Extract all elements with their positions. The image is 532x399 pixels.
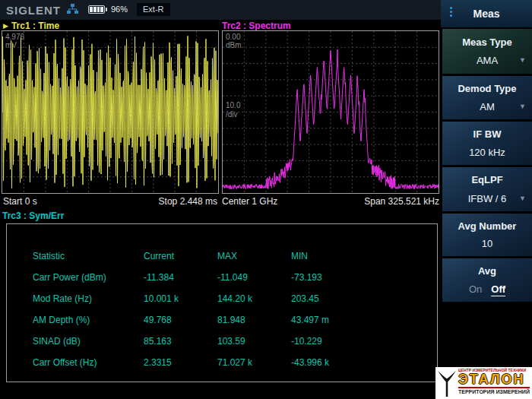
etalon-y-icon bbox=[436, 370, 458, 397]
play-icon: ▶ bbox=[3, 22, 8, 30]
stat-min: -43.996 k bbox=[291, 357, 437, 368]
softkey-demod-type[interactable]: Demod Type AM▼ bbox=[442, 76, 532, 119]
stat-name: Mod Rate (Hz) bbox=[33, 293, 144, 304]
table-header-row: Statistic Current MAX MIN bbox=[7, 245, 437, 267]
col-header: MIN bbox=[291, 251, 437, 261]
table-row: Carr Offset (Hz) 2.3315 71.027 k -43.996… bbox=[7, 352, 437, 373]
stat-current: 49.768 bbox=[144, 315, 217, 325]
chevron-down-icon: ▼ bbox=[519, 56, 526, 64]
stat-max: 71.027 k bbox=[217, 357, 291, 368]
lan-network-icon bbox=[67, 4, 78, 15]
trace2-header: Trc2 : Spectrum bbox=[222, 21, 291, 30]
stat-name: Carr Power (dBm) bbox=[33, 272, 144, 283]
stat-min: 203.45 bbox=[291, 293, 437, 304]
softkey-eqlpf[interactable]: EqLPF IFBW / 6▼ bbox=[442, 167, 532, 211]
avg-off-option[interactable]: Off bbox=[491, 283, 505, 296]
stat-name: SINAD (dB) bbox=[33, 336, 144, 347]
stat-max: -11.049 bbox=[217, 272, 291, 283]
softkey-value: 120 kHz bbox=[469, 147, 505, 158]
stat-current: 2.3315 bbox=[144, 357, 217, 368]
stat-min: 43.497 m bbox=[291, 315, 437, 325]
softkey-meas-type[interactable]: Meas Type AMA▼ bbox=[442, 29, 532, 74]
table-row: Mod Rate (Hz) 10.001 k 144.20 k 203.45 bbox=[7, 288, 437, 309]
watermark-bottom-text: ТЕРРИТОРИЯ ИЗМЕРЕНИЙ bbox=[458, 389, 531, 394]
softkey-label: Avg bbox=[478, 265, 496, 277]
stat-max: 81.948 bbox=[217, 315, 291, 325]
softkey-label: Demod Type bbox=[458, 83, 516, 94]
softkey-value: 10 bbox=[482, 238, 492, 249]
softkey-value: AM bbox=[480, 101, 495, 112]
ext-ref-badge: Ext-R bbox=[137, 3, 170, 16]
span-label: Span 325.521 kHz bbox=[222, 196, 439, 207]
top-status-bar: SIGLENT 96% Ext-R bbox=[0, 0, 441, 20]
col-header: Current bbox=[144, 251, 217, 261]
stat-min: -73.193 bbox=[291, 272, 437, 283]
stat-current: -11.384 bbox=[144, 272, 217, 283]
softkey-label: Avg Number bbox=[458, 220, 517, 232]
stat-max: 144.20 k bbox=[217, 293, 291, 304]
stat-min: -10.229 bbox=[291, 336, 437, 347]
softkey-value: AMA bbox=[477, 55, 498, 66]
softkey-value: IFBW / 6 bbox=[468, 193, 507, 204]
stat-current: 10.001 k bbox=[144, 293, 217, 304]
table-row: Carr Power (dBm) -11.384 -11.049 -73.193 bbox=[7, 267, 437, 288]
col-header: MAX bbox=[217, 251, 291, 261]
softkey-label: Meas Type bbox=[462, 36, 512, 48]
menu-title: Meas bbox=[473, 8, 499, 20]
softkey-label: EqLPF bbox=[471, 174, 502, 185]
analyzer-screen: SIGLENT 96% Ext-R ▶Trc1 : Time Trc2 : Sp… bbox=[0, 0, 532, 399]
spectrum-chart[interactable]: 0.00 dBm 10.0 /div bbox=[222, 30, 439, 194]
menu-dots-icon bbox=[450, 7, 452, 17]
etalon-watermark: ЦЕНТР ИЗМЕРИТЕЛЬНОЙ ТЕХНИКИ ЭТАЛОН ТЕРРИ… bbox=[435, 367, 532, 399]
stop-time-label: Stop 2.448 ms bbox=[2, 196, 217, 207]
trace3-header: Trc3 : Sym/Err bbox=[2, 211, 64, 221]
stat-current: 85.163 bbox=[144, 336, 217, 347]
softkey-label: IF BW bbox=[473, 128, 502, 140]
menu-header[interactable]: Meas bbox=[441, 0, 532, 27]
battery-icon bbox=[88, 5, 105, 14]
siglent-logo: SIGLENT bbox=[6, 4, 61, 17]
table-row: AM Depth (%) 49.768 81.948 43.497 m bbox=[7, 309, 437, 331]
chevron-down-icon: ▼ bbox=[519, 195, 526, 202]
trace1-title: Trc1 : Time bbox=[11, 21, 59, 31]
time-trace bbox=[2, 31, 218, 193]
stat-name: Carr Offset (Hz) bbox=[33, 357, 144, 368]
softkey-avg-number[interactable]: Avg Number 10 bbox=[442, 214, 532, 256]
col-header: Statistic bbox=[33, 251, 144, 261]
avg-on-option[interactable]: On bbox=[469, 283, 482, 295]
spectrum-trace bbox=[223, 31, 439, 193]
trace1-header: ▶Trc1 : Time bbox=[3, 21, 59, 30]
softkey-avg-toggle[interactable]: Avg OnOff bbox=[442, 258, 532, 302]
time-chart[interactable]: 4.976 mV bbox=[2, 30, 219, 194]
softkey-menu: Meas Meas Type AMA▼ Demod Type AM▼ IF BW… bbox=[441, 0, 532, 399]
stat-max: 103.59 bbox=[217, 336, 291, 347]
table-row: SINAD (dB) 85.163 103.59 -10.229 bbox=[7, 331, 437, 352]
chevron-down-icon: ▼ bbox=[519, 103, 526, 110]
stat-name: AM Depth (%) bbox=[33, 315, 144, 325]
watermark-rule bbox=[458, 387, 530, 388]
battery-nub bbox=[106, 8, 107, 11]
watermark-brand: ЭТАЛОН bbox=[458, 372, 531, 386]
softkey-if-bw[interactable]: IF BW 120 kHz bbox=[442, 122, 532, 165]
measurement-table: Statistic Current MAX MIN Carr Power (dB… bbox=[6, 223, 438, 382]
battery-percent: 96% bbox=[111, 5, 128, 14]
